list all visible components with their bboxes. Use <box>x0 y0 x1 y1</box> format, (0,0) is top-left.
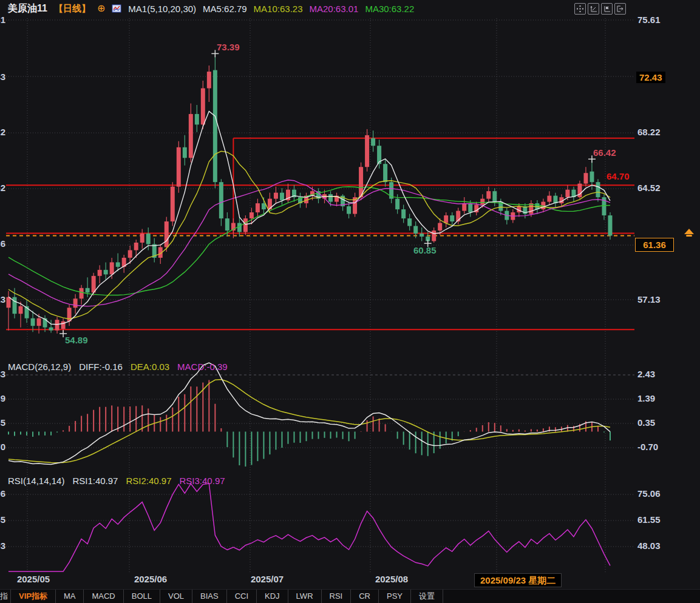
axis-price-1: 75.61 <box>637 15 661 25</box>
tab-rsi[interactable]: RSI <box>322 590 352 603</box>
tab-ma[interactable]: MA <box>56 590 84 603</box>
month-label-aug: 2025/08 <box>367 574 416 584</box>
axis-fragment: 0.35 <box>0 417 5 430</box>
rsi1-value: RSI1:40.97 <box>72 476 118 486</box>
axis-measure-icon[interactable] <box>588 3 599 15</box>
tab-lwr[interactable]: LWR <box>288 590 322 603</box>
macd-title: MACD(26,12,9) <box>8 362 71 372</box>
sep-high-label: 66.42 <box>593 147 616 158</box>
tab-psy[interactable]: PSY <box>379 590 411 603</box>
ma-settings-label: MA1(5,10,20,30) <box>128 4 196 14</box>
axis-fragment: 2.43 <box>0 369 5 381</box>
pan-crosshair-icon[interactable] <box>574 3 586 15</box>
chart-canvas[interactable] <box>0 0 700 591</box>
macd-axis-2: 1.39 <box>637 393 655 403</box>
tab-vol[interactable]: VOL <box>160 590 192 603</box>
axis-fragment: 68.22 <box>0 127 5 139</box>
tab-indicator-cut[interactable]: 指标 <box>0 590 11 603</box>
price-up-arrow-icon <box>684 229 694 234</box>
axis-price-alert: 72.43 <box>636 72 665 83</box>
ma10-value: MA10:63.23 <box>254 4 303 14</box>
indicator-tabbar: 指标 VIP指标 MA MACD BOLL VOL BIAS CCI KDJ L… <box>0 589 700 603</box>
axis-price-3: 68.22 <box>637 127 661 137</box>
tab-kdj[interactable]: KDJ <box>257 590 288 603</box>
mini-chart-icon[interactable] <box>112 4 121 13</box>
period-selector[interactable]: 【日线】 <box>54 3 90 15</box>
chart-header: 美原油11 【日线】 MA1(5,10,20,30) MA5:62.79 MA1… <box>0 0 414 17</box>
level-line-label: 64.70 <box>607 171 630 181</box>
tab-bias[interactable]: BIAS <box>192 590 227 603</box>
axis-price-4: 64.52 <box>637 183 661 193</box>
axis-price-6: 57.13 <box>637 294 661 305</box>
tab-boll[interactable]: BOLL <box>124 590 160 603</box>
month-label-jun: 2025/06 <box>126 574 175 584</box>
axis-fragment: -0.70 <box>0 442 5 454</box>
current-date-badge: 2025/09/23 星期二 <box>474 573 562 587</box>
axis-fragment: 48.03 <box>0 541 5 553</box>
tab-cr[interactable]: CR <box>351 590 379 603</box>
rsi-title: RSI(14,14,14) <box>8 476 64 486</box>
macd-axis-1: 2.43 <box>637 369 655 379</box>
rsi-axis-1: 75.06 <box>637 488 661 499</box>
add-indicator-icon[interactable] <box>97 4 105 13</box>
chart-toolbar <box>574 3 626 15</box>
axis-fragment: 57.13 <box>0 294 5 306</box>
macd-axis-4: -0.70 <box>637 442 658 452</box>
export-icon[interactable] <box>614 3 626 15</box>
axis-fragment: 72.43 <box>0 72 5 84</box>
axis-fragment: 61.36 <box>0 238 5 251</box>
aug-low-label: 60.85 <box>413 245 437 255</box>
macd-macd-value: MACD:-0.39 <box>177 362 228 372</box>
tab-settings[interactable]: 设置 <box>411 590 443 603</box>
tab-macd[interactable]: MACD <box>84 590 123 603</box>
macd-dea-value: DEA:0.03 <box>131 362 169 372</box>
macd-diff-value: DIFF:-0.16 <box>79 362 123 372</box>
trading-app: 美原油11 【日线】 MA1(5,10,20,30) MA5:62.79 MA1… <box>0 0 700 603</box>
ma30-value: MA30:63.22 <box>365 4 414 14</box>
ma20-value: MA20:63.01 <box>310 4 359 14</box>
rsi2-value: RSI2:40.97 <box>126 476 171 486</box>
macd-axis-3: 0.35 <box>637 417 655 428</box>
month-label-jul: 2025/07 <box>243 574 291 584</box>
peak-high-label: 73.39 <box>217 42 240 52</box>
ma5-value: MA5:62.79 <box>203 4 247 14</box>
rsi3-value: RSI3:40.97 <box>180 476 225 486</box>
rsi-header: RSI(14,14,14) RSI1:40.97 RSI2:40.97 RSI3… <box>8 476 225 486</box>
current-price-badge: 61.36 <box>635 238 674 252</box>
macd-header: MACD(26,12,9) DIFF:-0.16 DEA:0.03 MACD:-… <box>8 362 228 372</box>
rsi-axis-3: 48.03 <box>637 541 661 551</box>
tab-cci[interactable]: CCI <box>227 590 257 603</box>
tab-vip-indicator[interactable]: VIP指标 <box>11 590 56 603</box>
axis-fragment: 1.39 <box>0 393 5 405</box>
price-up-arrow-base <box>686 235 692 237</box>
may-low-label: 54.89 <box>65 335 88 345</box>
axis-fragment: 75.06 <box>0 488 5 500</box>
rsi-axis-2: 61.55 <box>637 514 661 525</box>
month-label-may: 2025/05 <box>9 574 58 584</box>
axis-fragment: 61.55 <box>0 514 5 527</box>
symbol-name: 美原油11 <box>8 2 47 15</box>
axis-fragment: 64.52 <box>0 183 5 195</box>
axis-draw-icon[interactable] <box>601 3 613 15</box>
